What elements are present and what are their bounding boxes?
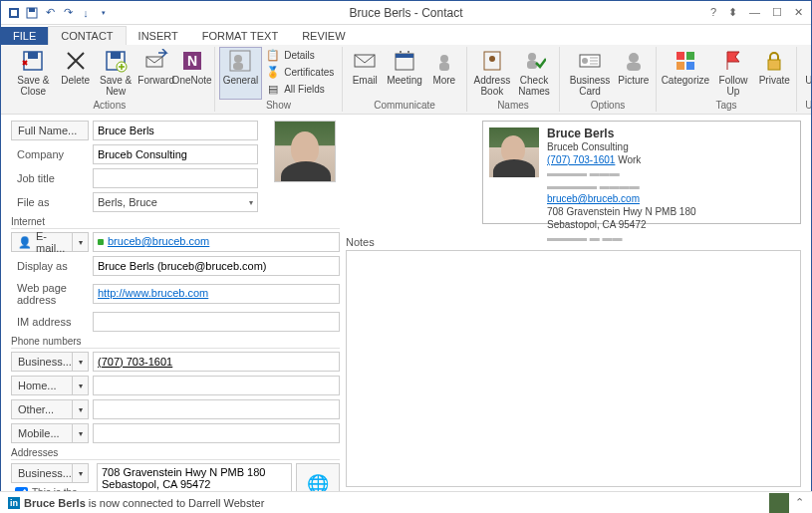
update-button[interactable]: Update xyxy=(801,47,812,100)
tab-file[interactable]: FILE xyxy=(1,27,48,45)
email-button[interactable]: Email xyxy=(347,47,383,100)
save-icon[interactable] xyxy=(25,6,39,20)
card-phone: (707) 703-1601 xyxy=(547,154,615,165)
certificates-button[interactable]: 🏅Certificates xyxy=(262,64,338,80)
quick-access-toolbar: ↶ ↷ ↓ ▾ xyxy=(1,6,111,20)
group-show-label: Show xyxy=(219,100,339,112)
email-type-button[interactable]: 👤E-mail... xyxy=(11,232,73,252)
phone-mobile-field[interactable] xyxy=(93,423,340,443)
forward-button[interactable]: Forward xyxy=(138,47,174,100)
more-button[interactable]: More xyxy=(426,47,462,100)
svg-rect-34 xyxy=(686,52,694,60)
tab-format-text[interactable]: FORMAT TEXT xyxy=(190,27,290,45)
full-name-button[interactable]: Full Name... xyxy=(11,121,89,140)
full-name-field[interactable] xyxy=(93,121,258,140)
display-as-field[interactable] xyxy=(93,256,340,276)
svg-text:N: N xyxy=(187,53,197,69)
phone-home-field[interactable] xyxy=(93,376,340,395)
svg-rect-21 xyxy=(439,63,449,71)
email-type-dropdown[interactable]: ▾ xyxy=(73,232,89,252)
save-close-button[interactable]: Save & Close xyxy=(9,47,58,100)
email-field[interactable]: bruceb@bruceb.com xyxy=(93,232,340,252)
ribbon-options-icon[interactable]: ⬍ xyxy=(728,6,737,19)
meeting-button[interactable]: Meeting xyxy=(383,47,426,100)
contact-photo[interactable] xyxy=(274,121,336,182)
minimize-icon[interactable]: — xyxy=(749,6,760,19)
group-actions-label: Actions xyxy=(9,100,210,112)
general-button[interactable]: General xyxy=(219,47,263,100)
job-title-field[interactable] xyxy=(93,168,258,188)
file-as-combo[interactable]: Berls, Bruce xyxy=(93,192,258,212)
phone-other-dropdown[interactable]: ▾ xyxy=(73,399,89,419)
down-arrow-icon[interactable]: ↓ xyxy=(79,6,93,20)
maximize-icon[interactable]: ☐ xyxy=(772,6,782,19)
card-info: Bruce Berls Bruceb Consulting (707) 703-… xyxy=(547,128,696,217)
group-names-label: Names xyxy=(471,100,555,112)
all-fields-button[interactable]: ▤All Fields xyxy=(262,81,338,97)
svg-rect-32 xyxy=(627,63,641,71)
ribbon-tabs: FILE CONTACT INSERT FORMAT TEXT REVIEW xyxy=(1,25,811,45)
phone-other-button[interactable]: Other... xyxy=(11,399,73,419)
save-new-button[interactable]: Save & New xyxy=(94,47,138,100)
redo-icon[interactable]: ↷ xyxy=(61,6,75,20)
section-internet: Internet xyxy=(11,216,340,229)
tab-review[interactable]: REVIEW xyxy=(290,27,357,45)
picture-button[interactable]: Picture xyxy=(616,47,652,100)
addr-business-button[interactable]: Business... xyxy=(11,463,73,483)
window-title: Bruce Berls - Contact xyxy=(349,6,462,20)
section-phone: Phone numbers xyxy=(11,336,340,349)
job-title-label: Job title xyxy=(11,170,89,186)
onenote-button[interactable]: NOneNote xyxy=(174,47,210,100)
follow-up-button[interactable]: Follow Up xyxy=(710,47,757,100)
business-card-button[interactable]: Business Card xyxy=(564,47,616,100)
web-label: Web page address xyxy=(11,280,89,308)
company-field[interactable] xyxy=(93,144,258,164)
delete-button[interactable]: Delete xyxy=(58,47,94,100)
details-button[interactable]: 📋Details xyxy=(262,47,338,63)
svg-rect-37 xyxy=(768,60,780,70)
group-communicate-label: Communicate xyxy=(347,100,462,112)
tab-insert[interactable]: INSERT xyxy=(127,27,190,45)
svg-point-31 xyxy=(629,53,639,63)
qat-options-icon[interactable]: ▾ xyxy=(97,6,111,20)
status-photo[interactable] xyxy=(769,493,789,513)
svg-point-19 xyxy=(407,51,409,53)
svg-rect-33 xyxy=(677,52,684,60)
phone-business-button[interactable]: Business... xyxy=(11,352,73,372)
phone-other-field[interactable] xyxy=(93,399,340,419)
help-icon[interactable]: ? xyxy=(710,6,716,19)
check-names-button[interactable]: Check Names xyxy=(513,47,555,100)
people-pane-toggle[interactable]: ⌃ xyxy=(795,496,804,509)
web-field[interactable]: http://www.bruceb.com xyxy=(93,284,340,304)
address-book-button[interactable]: Address Book xyxy=(471,47,513,100)
categorize-button[interactable]: Categorize xyxy=(661,47,710,100)
phone-business-field[interactable] xyxy=(93,352,340,372)
svg-rect-3 xyxy=(29,8,35,12)
svg-point-20 xyxy=(440,55,448,63)
private-button[interactable]: Private xyxy=(756,47,792,100)
company-label: Company xyxy=(11,146,89,162)
linkedin-icon: in xyxy=(8,497,20,509)
business-card-preview[interactable]: Bruce Berls Bruceb Consulting (707) 703-… xyxy=(482,121,801,224)
file-as-label: File as xyxy=(11,194,89,210)
im-label: IM address xyxy=(11,314,89,330)
svg-rect-35 xyxy=(677,62,684,70)
tab-contact[interactable]: CONTACT xyxy=(48,26,126,45)
close-icon[interactable]: ✕ xyxy=(794,6,803,19)
phone-mobile-dropdown[interactable]: ▾ xyxy=(73,423,89,443)
notes-field[interactable] xyxy=(346,250,801,487)
phone-mobile-button[interactable]: Mobile... xyxy=(11,423,73,443)
title-bar: ↶ ↷ ↓ ▾ Bruce Berls - Contact ? ⬍ — ☐ ✕ xyxy=(1,1,811,25)
phone-home-dropdown[interactable]: ▾ xyxy=(73,376,89,395)
status-bar: in Bruce Berls is now connected to Darre… xyxy=(0,491,812,513)
svg-rect-1 xyxy=(11,10,17,16)
ribbon: Save & Close Delete Save & New Forward N… xyxy=(1,45,811,115)
addr-business-dropdown[interactable]: ▾ xyxy=(73,463,89,483)
svg-rect-5 xyxy=(28,52,38,59)
undo-icon[interactable]: ↶ xyxy=(43,6,57,20)
phone-business-dropdown[interactable]: ▾ xyxy=(73,352,89,372)
phone-home-button[interactable]: Home... xyxy=(11,376,73,395)
im-field[interactable] xyxy=(93,312,340,332)
app-icon xyxy=(7,6,21,20)
card-email: bruceb@bruceb.com xyxy=(547,192,696,205)
